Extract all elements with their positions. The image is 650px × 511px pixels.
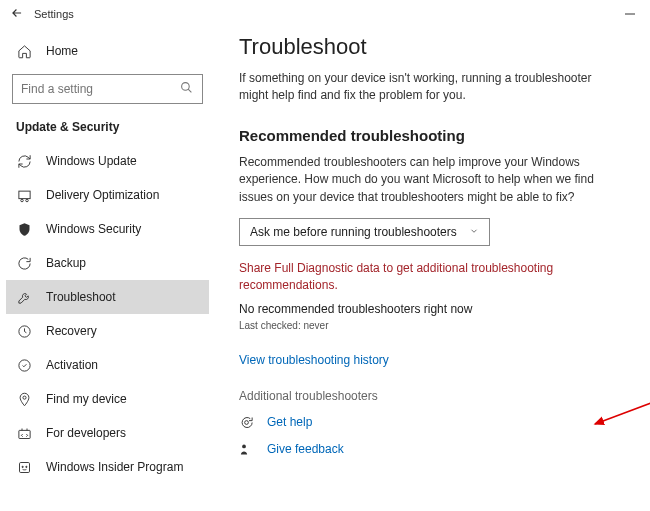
svg-point-8 — [22, 396, 25, 399]
svg-rect-3 — [18, 191, 29, 199]
sidebar-item-label: Backup — [46, 256, 86, 270]
recovery-icon — [16, 324, 32, 339]
sidebar-item-label: Windows Update — [46, 154, 137, 168]
svg-line-15 — [595, 332, 650, 424]
home-label: Home — [46, 44, 78, 58]
code-icon — [16, 426, 32, 441]
diagnostic-warning: Share Full Diagnostic data to get additi… — [239, 260, 619, 294]
sidebar-item-delivery-optimization[interactable]: Delivery Optimization — [6, 178, 209, 212]
delivery-icon — [16, 188, 32, 203]
svg-point-12 — [25, 466, 26, 467]
wrench-icon — [16, 290, 32, 305]
status-text: No recommended troubleshooters right now — [239, 302, 630, 316]
sidebar-item-label: Activation — [46, 358, 98, 372]
chat-icon — [239, 415, 255, 430]
location-icon — [16, 392, 32, 407]
svg-rect-10 — [19, 462, 29, 472]
recommended-heading: Recommended troubleshooting — [239, 127, 630, 144]
sidebar: Home Update & Security Windows Update De… — [0, 28, 215, 511]
give-feedback-row[interactable]: Give feedback — [239, 442, 630, 457]
sidebar-item-backup[interactable]: Backup — [6, 246, 209, 280]
back-icon[interactable] — [10, 6, 26, 22]
svg-point-5 — [25, 199, 28, 202]
sidebar-item-label: Troubleshoot — [46, 290, 116, 304]
give-feedback-label: Give feedback — [267, 442, 344, 456]
titlebar: Settings — [0, 0, 650, 28]
last-checked: Last checked: never — [239, 320, 630, 331]
search-input-box[interactable] — [12, 74, 203, 104]
recommendation-dropdown[interactable]: Ask me before running troubleshooters — [239, 218, 490, 246]
sidebar-item-windows-security[interactable]: Windows Security — [6, 212, 209, 246]
svg-point-11 — [22, 466, 23, 467]
home-button[interactable]: Home — [6, 34, 209, 68]
additional-troubleshooters[interactable]: Additional troubleshooters — [239, 389, 630, 403]
sidebar-item-label: Recovery — [46, 324, 97, 338]
get-help-row[interactable]: Get help — [239, 415, 630, 430]
sidebar-item-activation[interactable]: Activation — [6, 348, 209, 382]
app-title: Settings — [34, 8, 74, 20]
sidebar-item-label: For developers — [46, 426, 126, 440]
sidebar-item-for-developers[interactable]: For developers — [6, 416, 209, 450]
history-link[interactable]: View troubleshooting history — [239, 353, 630, 367]
search-input[interactable] — [21, 82, 180, 96]
get-help-label: Get help — [267, 415, 312, 429]
feedback-icon — [239, 442, 255, 457]
svg-point-4 — [20, 199, 23, 202]
sidebar-item-label: Find my device — [46, 392, 127, 406]
insider-icon — [16, 460, 32, 475]
recommended-body: Recommended troubleshooters can help imp… — [239, 154, 619, 206]
sidebar-item-label: Windows Security — [46, 222, 141, 236]
sidebar-item-recovery[interactable]: Recovery — [6, 314, 209, 348]
sidebar-item-windows-insider[interactable]: Windows Insider Program — [6, 450, 209, 484]
svg-rect-9 — [18, 430, 29, 438]
intro-text: If something on your device isn't workin… — [239, 70, 619, 105]
svg-point-1 — [182, 83, 190, 91]
backup-icon — [16, 256, 32, 271]
sidebar-item-label: Windows Insider Program — [46, 460, 183, 474]
svg-point-13 — [245, 420, 249, 424]
svg-line-2 — [188, 89, 191, 92]
page-title: Troubleshoot — [239, 34, 630, 60]
svg-point-14 — [242, 444, 246, 448]
sidebar-item-troubleshoot[interactable]: Troubleshoot — [6, 280, 209, 314]
dropdown-value: Ask me before running troubleshooters — [250, 225, 457, 239]
minimize-icon[interactable] — [624, 8, 636, 20]
main-content: Troubleshoot If something on your device… — [215, 28, 650, 511]
section-heading: Update & Security — [6, 114, 209, 144]
sync-icon — [16, 154, 32, 169]
chevron-down-icon — [469, 225, 479, 239]
activation-icon — [16, 358, 32, 373]
home-icon — [16, 44, 32, 59]
sidebar-item-label: Delivery Optimization — [46, 188, 159, 202]
sidebar-item-windows-update[interactable]: Windows Update — [6, 144, 209, 178]
shield-icon — [16, 222, 32, 237]
search-icon — [180, 81, 194, 97]
sidebar-item-find-my-device[interactable]: Find my device — [6, 382, 209, 416]
